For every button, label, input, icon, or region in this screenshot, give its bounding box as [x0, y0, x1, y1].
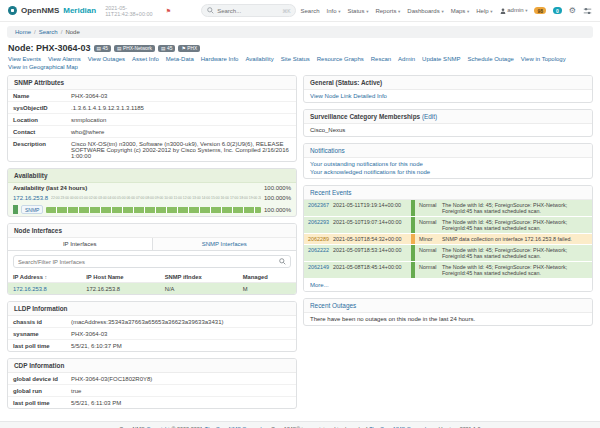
node-id-badge[interactable]: ▤45: [94, 45, 111, 52]
availability-interface-row: 172.16.253.8 22:00 23:00 00:00 01:00 02:…: [8, 193, 296, 203]
event-id-link[interactable]: 2062367: [304, 200, 332, 216]
global-search[interactable]: ⌘K: [201, 4, 296, 17]
alarm-count-badge[interactable]: 98: [534, 7, 546, 14]
snmp-service-link[interactable]: SNMP: [21, 205, 43, 214]
top-navbar: OpenNMS Meridian 2021-05-11T21:42:38+00:…: [0, 0, 600, 22]
table-row: sysObjectID.1.3.6.1.4.1.9.12.3.1.3.1185: [8, 102, 296, 114]
nav-help[interactable]: Help ▾: [476, 8, 492, 14]
recent-events-panel: Recent Events 2062367 2021-05-11T19:19:1…: [303, 185, 593, 292]
location-badge[interactable]: ⚑PHX: [178, 45, 200, 52]
tab-ip-interfaces[interactable]: IP Interfaces: [8, 238, 153, 250]
event-row[interactable]: 2062293 2021-05-10T19:07:14+00:00 Normal…: [304, 217, 592, 234]
event-id-link[interactable]: 2062149: [304, 262, 332, 278]
link-view-in-geographical-map[interactable]: View in Geographical Map: [8, 64, 78, 70]
breadcrumb-search[interactable]: Search: [39, 29, 58, 35]
availability-timeline-bar[interactable]: [46, 207, 261, 213]
link-meta-data[interactable]: Meta-Data: [166, 56, 194, 62]
nav-user-menu[interactable]: admin ▾: [500, 7, 528, 13]
panel-title: Node Interfaces: [8, 224, 296, 238]
table-row: Contactwho@where: [8, 126, 296, 138]
link-view-events[interactable]: View Events: [8, 56, 41, 62]
foreign-source-badge[interactable]: ▤PHX-Network: [114, 45, 155, 52]
no-outages-message: There have been no outages on this node …: [304, 313, 592, 325]
more-events-link[interactable]: More...: [310, 282, 329, 288]
event-id-link[interactable]: 2062293: [304, 217, 332, 233]
nav-dashboards[interactable]: Dashboards ▾: [407, 8, 443, 14]
lldp-information-panel: LLDP Information chassis id(macAddress:3…: [7, 301, 297, 352]
link-update-snmp[interactable]: Update SNMP: [422, 56, 460, 62]
link-hardware-info[interactable]: Hardware Info: [201, 56, 239, 62]
field-label: sysObjectID: [8, 102, 66, 113]
event-description: The Node with Id: 45; ForeignSource: PHX…: [441, 200, 592, 216]
panel-title: General (Status: Active): [304, 76, 592, 90]
view-node-link-detailed-info-link[interactable]: View Node Link Detailed Info: [310, 93, 387, 99]
opennms-logo-icon[interactable]: [8, 6, 17, 15]
event-row[interactable]: 2062222 2021-05-09T18:53:14+00:00 Normal…: [304, 245, 592, 262]
panel-title: Surveillance Category Memberships (Edit): [304, 110, 592, 124]
field-label: Name: [8, 90, 66, 101]
surveillance-category-panel: Surveillance Category Memberships (Edit)…: [303, 109, 593, 137]
table-row[interactable]: 172.16.253.8 172.16.253.8 N/A M: [8, 283, 296, 295]
link-view-alarms[interactable]: View Alarms: [48, 56, 81, 62]
nav-maps[interactable]: Maps ▾: [451, 8, 470, 14]
category-membership-value: Cisco_Nexus: [304, 124, 592, 136]
field-label: sysname: [8, 328, 66, 339]
interface-ip-link[interactable]: 172.16.253.8: [13, 195, 48, 201]
field-label: global device id: [8, 373, 66, 384]
event-row[interactable]: 2062149 2021-05-08T18:45:14+00:00 Normal…: [304, 262, 592, 279]
notice-flag-icon[interactable]: ⚑: [166, 7, 171, 14]
interface-filter-input[interactable]: [18, 259, 279, 265]
cell-snmp-ifindex: N/A: [160, 283, 238, 295]
field-value: PHX-3064-03(FOC1802R0Y8): [66, 373, 296, 384]
brand-name[interactable]: OpenNMS: [21, 6, 59, 15]
flag-icon: ⚑: [181, 46, 185, 51]
panel-title: Availability: [8, 169, 296, 183]
link-view-outages[interactable]: View Outages: [88, 56, 125, 62]
event-severity: Normal: [418, 217, 441, 233]
link-rescan[interactable]: Rescan: [371, 56, 391, 62]
sliders-icon[interactable]: [583, 7, 592, 15]
notifications-panel: Notifications Your outstanding notificat…: [303, 143, 593, 179]
link-asset-info[interactable]: Asset Info: [132, 56, 159, 62]
server-timestamp: 2021-05-11T21:42:38+00:00: [105, 5, 162, 17]
node-interfaces-panel: Node Interfaces IP Interfaces SNMP Inter…: [7, 223, 297, 295]
event-id-link[interactable]: 2062222: [304, 245, 332, 261]
event-description: The Node with Id: 45; ForeignSource: PHX…: [441, 217, 592, 233]
field-label: chassis id: [8, 316, 66, 327]
availability-summary-row: Availability (last 24 hours) 100.000%: [8, 183, 296, 193]
link-site-status[interactable]: Site Status: [281, 56, 310, 62]
col-ip-address[interactable]: IP Address ↕: [8, 272, 81, 283]
nav-info[interactable]: Info ▾: [326, 8, 340, 14]
outstanding-notifications-link[interactable]: Your outstanding notifications for this …: [310, 161, 423, 167]
link-availability[interactable]: Availability: [245, 56, 273, 62]
acknowledged-notifications-link[interactable]: Your acknowledged notifications for this…: [310, 169, 430, 175]
nav-status[interactable]: Status ▾: [347, 8, 368, 14]
gear-icon[interactable]: ⚙: [569, 7, 576, 15]
event-row[interactable]: 2062367 2021-05-11T19:19:14+00:00 Normal…: [304, 200, 592, 217]
nav-reports[interactable]: Reports ▾: [375, 8, 400, 14]
edit-categories-link[interactable]: (Edit): [422, 113, 437, 120]
nav-search[interactable]: Search: [300, 8, 319, 14]
interface-filter[interactable]: [13, 255, 291, 268]
search-icon: [207, 7, 214, 14]
page-title: Node: PHX-3064-03: [8, 43, 91, 53]
link-admin[interactable]: Admin: [398, 56, 415, 62]
notification-count-badge[interactable]: 0: [553, 7, 562, 14]
link-schedule-outage[interactable]: Schedule Outage: [467, 56, 513, 62]
global-search-input[interactable]: [217, 8, 279, 14]
link-view-in-topology[interactable]: View in Topology: [521, 56, 566, 62]
cell-ip-address[interactable]: 172.16.253.8: [8, 283, 81, 295]
tab-snmp-interfaces[interactable]: SNMP Interfaces: [153, 238, 297, 250]
navbar-menu: Search Info ▾ Status ▾ Reports ▾ Dashboa…: [300, 7, 592, 15]
chevron-down-icon: ▾: [338, 9, 340, 14]
sort-icon[interactable]: ↕: [45, 274, 48, 280]
event-id-link[interactable]: 2062289: [304, 234, 332, 244]
breadcrumb-home[interactable]: Home: [15, 29, 31, 35]
field-value: 5/5/21, 6:10:37 PM: [66, 340, 296, 351]
event-row[interactable]: 2062289 2021-05-10T18:54:32+00:00 Minor …: [304, 234, 592, 245]
event-description: The Node with Id: 45; ForeignSource: PHX…: [441, 245, 592, 261]
foreign-id-badge[interactable]: ▤45: [158, 45, 175, 52]
availability-panel: Availability Availability (last 24 hours…: [7, 168, 297, 217]
link-resource-graphs[interactable]: Resource Graphs: [317, 56, 364, 62]
field-label: global run: [8, 385, 66, 396]
